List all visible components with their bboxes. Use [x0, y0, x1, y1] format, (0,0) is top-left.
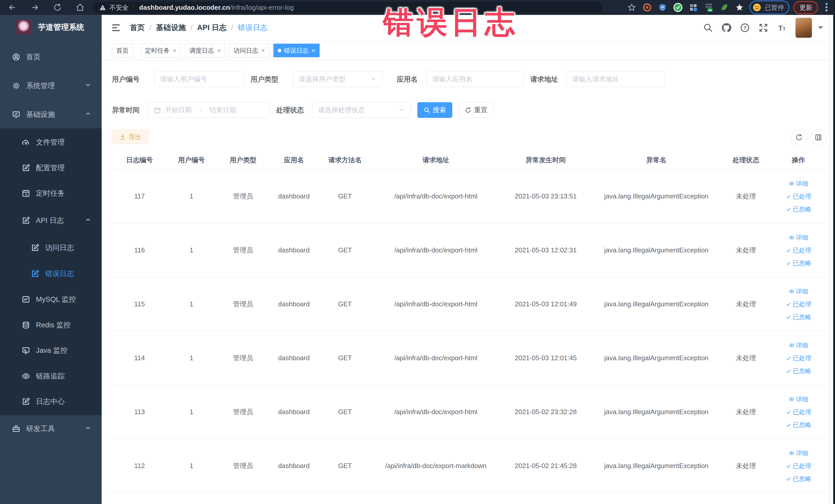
tab-scheduled-tasks[interactable]: 定时任务×: [141, 44, 181, 57]
sidebar-item-trace[interactable]: 链路追踪: [0, 363, 102, 389]
reset-button[interactable]: 重置: [459, 102, 494, 118]
close-icon[interactable]: ×: [173, 47, 176, 54]
sidebar-item-file-management[interactable]: 文件管理: [0, 129, 102, 155]
url-path[interactable]: /infra/log/api-error-log: [230, 4, 294, 12]
search-icon[interactable]: [702, 22, 714, 34]
user-type-select[interactable]: 请选择用户类型: [293, 72, 383, 87]
ignored-link[interactable]: 已忽略: [786, 205, 811, 213]
breadcrumb-error-log: 错误日志: [238, 23, 268, 33]
sidebar-item-log-center[interactable]: 日志中心: [0, 389, 102, 415]
back-icon[interactable]: [7, 2, 18, 13]
sidebar-item-mysql-monitor[interactable]: MySQL 监控: [0, 286, 102, 312]
security-label[interactable]: 不安全: [109, 3, 128, 12]
close-icon[interactable]: ×: [217, 47, 221, 54]
processed-label: 已处理: [793, 462, 811, 470]
extension-grid-icon[interactable]: [687, 2, 699, 13]
sidebar-item-api-logs[interactable]: API 日志: [0, 208, 102, 234]
cell-actions: 详细 已处理 已忽略: [771, 341, 826, 375]
sidebar-item-infrastructure[interactable]: 基础设施: [0, 102, 102, 127]
processed-link[interactable]: 已处理: [786, 192, 811, 201]
sidebar-item-redis-monitor[interactable]: Redis 监控: [0, 312, 102, 338]
cell-method: GET: [318, 192, 372, 200]
detail-link[interactable]: 详细: [789, 234, 808, 242]
process-status-select[interactable]: 请选择处理状态: [312, 102, 411, 118]
breadcrumb-infrastructure[interactable]: 基础设施: [156, 23, 186, 33]
fullscreen-icon[interactable]: [757, 22, 769, 34]
search-button[interactable]: 搜索: [418, 102, 452, 118]
tab-access-log[interactable]: 访问日志×: [229, 44, 269, 57]
processed-link[interactable]: 已处理: [786, 354, 811, 362]
close-icon[interactable]: ×: [312, 47, 315, 54]
update-button[interactable]: 更新: [793, 1, 818, 14]
detail-link[interactable]: 详细: [789, 449, 808, 457]
font-size-icon[interactable]: TT: [776, 22, 788, 34]
breadcrumb-separator: /: [149, 24, 151, 32]
sidebar-item-system[interactable]: 系统管理: [0, 73, 102, 99]
github-icon[interactable]: [720, 22, 732, 34]
extension-green-circle-icon[interactable]: [672, 2, 684, 13]
tab-error-log[interactable]: 错误日志×: [273, 44, 320, 57]
sidebar-item-dev-tools[interactable]: 研发工具: [0, 416, 102, 442]
cell-user-type: 管理员: [216, 192, 270, 201]
cell-user-id: 1: [167, 192, 216, 200]
cell-status: 未处理: [720, 407, 771, 417]
processed-link[interactable]: 已处理: [786, 246, 811, 255]
paused-label: 已暂停: [765, 3, 784, 12]
avatar[interactable]: [795, 18, 812, 38]
detail-link[interactable]: 详细: [789, 287, 808, 296]
ignored-link[interactable]: 已忽略: [786, 475, 811, 483]
extension-on-badge-icon[interactable]: on: [703, 2, 715, 13]
avatar-caret-icon[interactable]: [818, 26, 823, 29]
processed-link[interactable]: 已处理: [786, 408, 811, 416]
sidebar-item-java-monitor[interactable]: Java 监控: [0, 338, 102, 363]
paused-extension-badge[interactable]: 已暂停: [750, 1, 789, 14]
breadcrumb-home[interactable]: 首页: [130, 23, 145, 33]
extension-puzzle-icon[interactable]: [734, 2, 746, 13]
extension-leaf-icon[interactable]: [718, 2, 730, 13]
user-id-input[interactable]: 请输入用户编号: [154, 72, 244, 87]
browser-menu-icon[interactable]: •••: [822, 3, 831, 12]
bookmark-star-icon[interactable]: [626, 2, 638, 13]
url-domain[interactable]: dashboard.yudao.iocoder.cn: [139, 4, 230, 12]
column-settings-button[interactable]: [810, 129, 827, 146]
extension-orange-icon[interactable]: [641, 2, 653, 13]
cell-user-id: 1: [167, 408, 216, 416]
forward-icon[interactable]: [30, 2, 40, 13]
close-icon[interactable]: ×: [261, 47, 265, 54]
home-icon[interactable]: [75, 2, 85, 13]
export-button[interactable]: 导出: [112, 130, 149, 144]
detail-link[interactable]: 详细: [789, 395, 808, 403]
tab-label: 访问日志: [233, 46, 258, 55]
breadcrumb-api-logs[interactable]: API 日志: [197, 23, 226, 33]
table-row: 113 1 管理员 dashboard GET /api/infra/db-do…: [112, 385, 826, 439]
refresh-button[interactable]: [791, 129, 807, 146]
sidebar-item-home[interactable]: 首页: [0, 44, 102, 70]
sidebar-item-config-management[interactable]: 配置管理: [0, 155, 102, 181]
ignored-link[interactable]: 已忽略: [786, 313, 811, 321]
reload-icon[interactable]: [53, 2, 63, 13]
cell-user-type: 管理员: [216, 246, 270, 255]
cell-method: GET: [318, 246, 372, 254]
hamburger-icon[interactable]: [110, 22, 122, 33]
request-url-input[interactable]: 请输入请求地址: [566, 72, 665, 87]
sidebar-logo[interactable]: 芋道管理系统: [0, 15, 102, 40]
processed-link[interactable]: 已处理: [786, 300, 811, 308]
ignored-link[interactable]: 已忽略: [786, 259, 811, 267]
processed-link[interactable]: 已处理: [786, 462, 811, 470]
date-range-picker[interactable]: 开始日期 - 结束日期: [148, 102, 270, 118]
sidebar-item-scheduled-tasks[interactable]: 定时任务: [0, 181, 102, 206]
ignored-link[interactable]: 已忽略: [786, 367, 811, 375]
mysql-monitor-icon: [22, 295, 30, 304]
extension-shield-icon[interactable]: [657, 2, 668, 13]
ignored-link[interactable]: 已忽略: [786, 421, 811, 429]
detail-link[interactable]: 详细: [789, 180, 808, 188]
detail-link[interactable]: 详细: [789, 341, 808, 349]
sidebar-item-error-log[interactable]: 错误日志: [0, 261, 102, 286]
address-bar[interactable]: 不安全 dashboard.yudao.iocoder.cn /infra/lo…: [93, 2, 603, 13]
tab-schedule-log[interactable]: 调度日志×: [185, 44, 225, 57]
page-scrollbar[interactable]: [829, 15, 833, 504]
help-icon[interactable]: ?: [739, 22, 751, 34]
app-name-input[interactable]: 请输入应用名: [426, 72, 524, 87]
tab-home[interactable]: 首页: [112, 44, 133, 57]
sidebar-item-access-log[interactable]: 访问日志: [0, 235, 102, 261]
